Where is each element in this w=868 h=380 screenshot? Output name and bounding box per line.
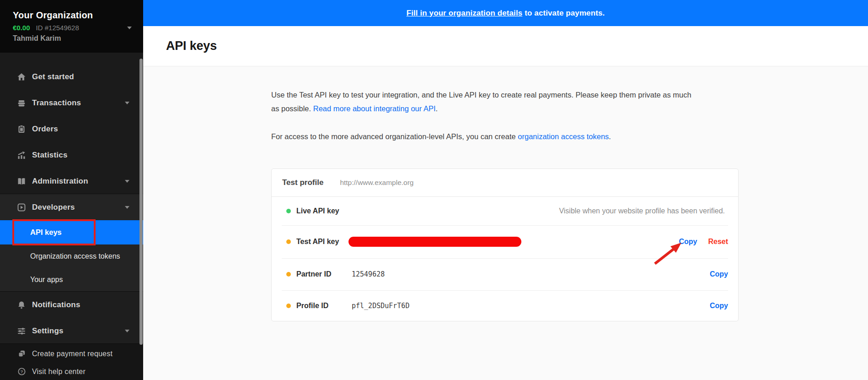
profile-id-row: Profile ID pfl_2DSDuFrT6D Copy — [282, 291, 728, 321]
partner-id-row: Partner ID 12549628 Copy — [282, 259, 728, 291]
intro-paragraph-2: For access to the more advanced organiza… — [271, 130, 692, 144]
sidebar: Your Organization €0.00 ID #12549628 Tah… — [0, 0, 143, 380]
bell-icon — [17, 300, 26, 309]
page-header: API keys — [143, 26, 868, 66]
sidebar-section-secondary: Notifications Settings — [0, 292, 143, 344]
chart-icon — [17, 151, 26, 160]
sidebar-item-orders[interactable]: Orders — [0, 116, 143, 142]
org-access-tokens-link[interactable]: organization access tokens — [518, 132, 609, 141]
intro-paragraph-1: Use the Test API key to test your integr… — [271, 88, 692, 115]
sidebar-scrollbar[interactable] — [139, 59, 143, 345]
org-switcher[interactable]: Your Organization €0.00 ID #12549628 Tah… — [0, 0, 143, 53]
sidebar-item-label: Orders — [32, 125, 58, 134]
sidebar-item-label: API keys — [30, 228, 62, 237]
sliders-icon — [17, 326, 26, 336]
test-status-dot-icon — [286, 239, 291, 244]
banner-text: to activate payments. — [525, 9, 605, 18]
profile-status-dot-icon — [286, 304, 291, 308]
chevron-down-icon — [125, 206, 129, 209]
profile-url: http://www.example.org — [340, 179, 413, 187]
org-id: ID #12549628 — [36, 24, 79, 32]
book-icon — [17, 177, 26, 186]
play-square-icon — [17, 203, 26, 212]
overlap-squares-icon — [17, 349, 26, 358]
sidebar-item-developers[interactable]: Developers — [0, 194, 143, 220]
row-label: Test API key — [296, 238, 348, 246]
org-user-name: Tahmid Karim — [13, 34, 130, 43]
sidebar-item-label: Your apps — [30, 276, 63, 284]
sidebar-item-label: Organization access tokens — [30, 252, 120, 261]
svg-text:?: ? — [20, 369, 23, 374]
profile-name: Test profile — [282, 178, 323, 187]
sidebar-item-transactions[interactable]: Transactions — [0, 90, 143, 116]
chevron-down-icon — [125, 180, 129, 183]
sidebar-item-label: Notifications — [32, 300, 80, 309]
coins-icon — [17, 98, 26, 108]
profile-id-value: pfl_2DSDuFrT6D — [348, 302, 409, 310]
sidebar-item-label: Statistics — [32, 151, 68, 160]
reset-test-key-button[interactable]: Reset — [708, 238, 728, 246]
page-content: Use the Test API key to test your integr… — [143, 66, 868, 380]
row-label: Partner ID — [296, 270, 348, 278]
sidebar-item-notifications[interactable]: Notifications — [0, 292, 143, 318]
org-balance: €0.00 — [13, 24, 30, 32]
sidebar-section-utility: Create payment request ? Visit help cent… — [0, 344, 143, 380]
help-circle-icon: ? — [17, 367, 26, 376]
sidebar-item-visit-help-center[interactable]: ? Visit help center — [0, 363, 143, 380]
partner-id-value: 12549628 — [348, 270, 385, 278]
sidebar-item-label: Visit help center — [32, 368, 86, 376]
chevron-down-icon[interactable] — [127, 27, 132, 29]
intro-text: For access to the more advanced organiza… — [271, 132, 518, 141]
activation-banner: Fill in your organization details to act… — [143, 0, 868, 26]
sidebar-section-main: Get started Transactions Orders Statisti… — [0, 53, 143, 194]
copy-test-key-button[interactable]: Copy — [679, 238, 697, 246]
sidebar-item-statistics[interactable]: Statistics — [0, 142, 143, 168]
copy-profile-id-button[interactable]: Copy — [710, 302, 728, 310]
org-name: Your Organization — [13, 10, 130, 21]
live-status-dot-icon — [286, 209, 291, 213]
row-label: Live API key — [296, 207, 348, 215]
row-label: Profile ID — [296, 302, 348, 310]
banner-org-details-link[interactable]: Fill in your organization details — [407, 9, 523, 18]
home-icon — [17, 72, 26, 81]
sidebar-item-create-payment-request[interactable]: Create payment request — [0, 345, 143, 363]
test-api-key-redaction — [348, 237, 521, 247]
sidebar-item-organization-access-tokens[interactable]: Organization access tokens — [0, 244, 143, 268]
main-area: Fill in your organization details to act… — [143, 0, 868, 380]
sidebar-item-settings[interactable]: Settings — [0, 318, 143, 344]
live-api-key-row: Live API key Visible when your website p… — [282, 197, 728, 226]
page-title: API keys — [166, 39, 217, 53]
sidebar-item-label: Settings — [32, 326, 64, 336]
sidebar-item-get-started[interactable]: Get started — [0, 64, 143, 90]
sidebar-item-label: Create payment request — [32, 350, 113, 358]
live-key-note: Visible when your website profile has be… — [559, 207, 728, 215]
sidebar-item-label: Developers — [32, 203, 75, 212]
clipboard-icon — [17, 125, 26, 134]
profile-header: Test profile http://www.example.org — [272, 169, 738, 197]
sidebar-item-label: Administration — [32, 177, 88, 186]
test-api-key-row: Test API key Copy Reset — [282, 226, 728, 259]
copy-partner-id-button[interactable]: Copy — [710, 270, 728, 278]
partner-status-dot-icon — [286, 272, 291, 277]
intro-text: . — [609, 132, 611, 141]
chevron-down-icon — [125, 330, 129, 332]
api-docs-link[interactable]: Read more about integrating our API — [313, 104, 436, 113]
sidebar-item-label: Transactions — [32, 98, 81, 108]
sidebar-item-administration[interactable]: Administration — [0, 168, 143, 194]
sidebar-section-developers: Developers API keys Organization access … — [0, 194, 143, 292]
chevron-down-icon — [125, 102, 129, 104]
sidebar-item-your-apps[interactable]: Your apps — [0, 268, 143, 291]
intro-text: . — [436, 104, 438, 113]
api-keys-card: Test profile http://www.example.org Live… — [271, 168, 739, 321]
sidebar-item-api-keys[interactable]: API keys — [0, 220, 143, 244]
sidebar-item-label: Get started — [32, 72, 74, 81]
